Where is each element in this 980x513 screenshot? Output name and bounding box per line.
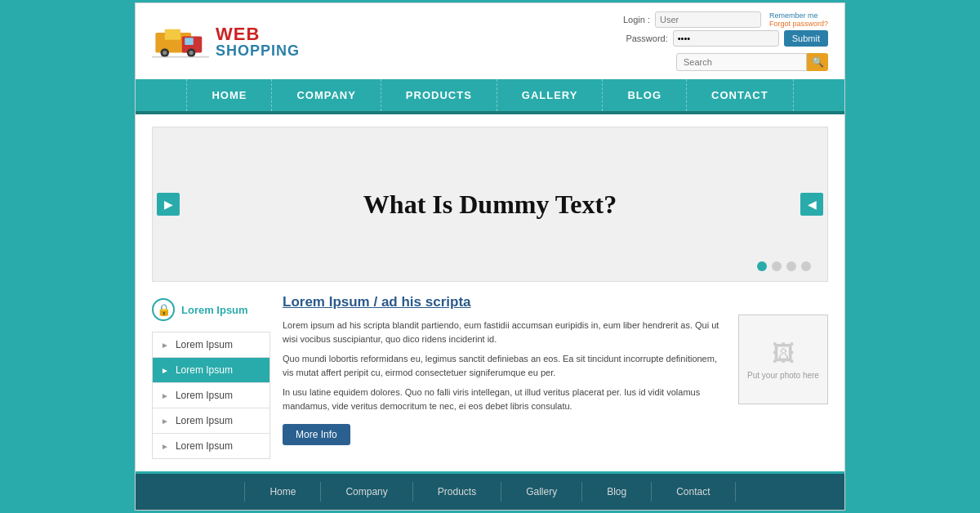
- outer-wrapper: WEB SHOPPING Login : Remember me Forgot …: [0, 0, 980, 513]
- svg-rect-2: [185, 38, 194, 45]
- site-container: WEB SHOPPING Login : Remember me Forgot …: [135, 2, 845, 511]
- svg-rect-3: [165, 29, 180, 39]
- footer-gallery[interactable]: Gallery: [501, 482, 582, 502]
- nav-contact[interactable]: CONTACT: [687, 79, 794, 111]
- svg-point-5: [163, 50, 167, 54]
- login-area: Login : Remember me Forgot password? Pas…: [605, 11, 828, 47]
- main-paragraph-3: In usu latine equidem dolores. Quo no fa…: [283, 386, 730, 413]
- slider-dot-2[interactable]: [772, 261, 782, 271]
- footer-home[interactable]: Home: [244, 482, 321, 502]
- inner-content-row: Lorem Ipsum / ad his scripta Lorem ipsum…: [283, 294, 828, 445]
- login-row: Login : Remember me Forgot password?: [605, 11, 828, 28]
- footer-contact[interactable]: Contact: [652, 482, 735, 502]
- nav-blog[interactable]: BLOG: [603, 79, 687, 111]
- slider-dots: [757, 261, 811, 271]
- user-input[interactable]: [655, 11, 761, 28]
- search-button[interactable]: 🔍: [807, 53, 828, 71]
- main-content-title: Lorem Ipsum / ad his scripta: [283, 294, 730, 310]
- logo-web: WEB: [216, 25, 300, 43]
- image-placeholder: 🖼 Put your photo here: [738, 314, 828, 404]
- image-placeholder-icon: 🖼: [772, 340, 795, 367]
- slider-prev-button[interactable]: ▶: [157, 193, 180, 216]
- more-info-button[interactable]: More Info: [283, 424, 350, 445]
- sidebar-item-2-label: Lorem Ipsum: [176, 364, 233, 376]
- content-area: 🔒 Lorem Ipsum ► Lorem Ipsum ► Lorem Ipsu…: [152, 294, 828, 459]
- password-label: Password:: [623, 33, 668, 43]
- sidebar-item-5-label: Lorem Ipsum: [176, 440, 233, 452]
- sidebar-arrow-2: ►: [161, 366, 169, 375]
- sidebar-item-4[interactable]: ► Lorem Ipsum: [153, 408, 270, 434]
- image-placeholder-text: Put your photo here: [747, 371, 819, 380]
- sidebar-item-1[interactable]: ► Lorem Ipsum: [153, 332, 270, 358]
- logo-text: WEB SHOPPING: [216, 25, 300, 58]
- search-input[interactable]: [676, 53, 807, 71]
- sidebar-arrow-1: ►: [161, 341, 169, 350]
- main-nav: HOME COMPANY PRODUCTS GALLERY BLOG CONTA…: [136, 79, 844, 114]
- forgot-password-label[interactable]: Forgot password?: [769, 20, 828, 28]
- slider-dot-3[interactable]: [786, 261, 796, 271]
- lock-icon: 🔒: [152, 298, 175, 321]
- footer-company[interactable]: Company: [321, 482, 412, 502]
- main-content: Lorem Ipsum / ad his scripta Lorem ipsum…: [283, 294, 828, 459]
- truck-icon: [152, 21, 209, 62]
- nav-products[interactable]: PRODUCTS: [381, 79, 497, 111]
- sidebar-header: 🔒 Lorem Ipsum: [152, 294, 270, 325]
- sidebar-item-3[interactable]: ► Lorem Ipsum: [153, 383, 270, 408]
- nav-gallery[interactable]: GALLERY: [497, 79, 604, 111]
- sidebar-arrow-4: ►: [161, 417, 169, 426]
- slider-dot-1[interactable]: [757, 261, 767, 271]
- sidebar: 🔒 Lorem Ipsum ► Lorem Ipsum ► Lorem Ipsu…: [152, 294, 270, 459]
- footer-nav: Home Company Products Gallery Blog Conta…: [136, 471, 844, 510]
- logo-shopping: SHOPPING: [216, 43, 300, 58]
- sidebar-heading: Lorem Ipsum: [181, 304, 248, 316]
- remember-me-label: Remember me: [769, 11, 828, 20]
- sidebar-arrow-5: ►: [161, 442, 169, 451]
- slider-dot-4[interactable]: [801, 261, 811, 271]
- slider-next-button[interactable]: ◀: [800, 193, 823, 216]
- submit-button[interactable]: Submit: [784, 30, 828, 47]
- main-text-area: Lorem Ipsum / ad his scripta Lorem ipsum…: [283, 294, 730, 445]
- sidebar-arrow-3: ►: [161, 391, 169, 400]
- sidebar-item-3-label: Lorem Ipsum: [176, 390, 233, 401]
- logo-area: WEB SHOPPING: [152, 21, 300, 62]
- sidebar-item-1-label: Lorem Ipsum: [176, 339, 233, 350]
- footer-products[interactable]: Products: [413, 482, 501, 502]
- main-paragraph-1: Lorem ipsum ad his scripta blandit parti…: [283, 319, 730, 346]
- hero-slider: ▶ What Is Dummy Text? ◀: [152, 127, 828, 282]
- main-paragraph-2: Quo mundi lobortis reformidans eu, legim…: [283, 352, 730, 379]
- sidebar-item-2[interactable]: ► Lorem Ipsum: [153, 358, 270, 383]
- nav-home[interactable]: HOME: [186, 79, 272, 111]
- sidebar-item-4-label: Lorem Ipsum: [176, 415, 233, 426]
- sidebar-list: ► Lorem Ipsum ► Lorem Ipsum ► Lorem Ipsu…: [152, 332, 270, 459]
- header-right: Login : Remember me Forgot password? Pas…: [605, 11, 828, 71]
- sidebar-item-5[interactable]: ► Lorem Ipsum: [153, 434, 270, 458]
- password-row: Password: Submit: [623, 30, 828, 47]
- site-header: WEB SHOPPING Login : Remember me Forgot …: [136, 3, 844, 79]
- login-label: Login :: [605, 15, 650, 25]
- hero-title: What Is Dummy Text?: [363, 190, 617, 220]
- password-input[interactable]: [673, 30, 779, 47]
- svg-point-7: [189, 50, 194, 54]
- nav-company[interactable]: COMPANY: [272, 79, 381, 111]
- remember-area: Remember me Forgot password?: [769, 11, 828, 28]
- footer-blog[interactable]: Blog: [582, 482, 652, 502]
- search-bar: 🔍: [676, 53, 828, 71]
